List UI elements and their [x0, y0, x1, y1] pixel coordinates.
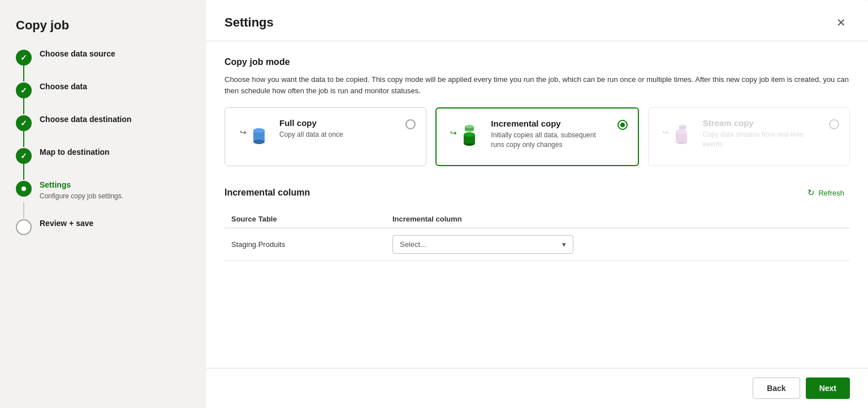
step-label-choose-data-source: Choose data source [40, 49, 191, 60]
svg-point-4 [253, 128, 265, 133]
svg-text:↪: ↪ [240, 128, 247, 137]
incremental-copy-icon: ↪ [447, 119, 483, 155]
svg-text:↪: ↪ [662, 128, 669, 137]
step-item-choose-data-destination: ✓ Choose data destination [16, 114, 191, 131]
step-description-settings: Configure copy job settings. [40, 192, 191, 200]
step-icon-review-save [16, 219, 32, 235]
svg-point-11 [465, 125, 474, 128]
connector-4 [16, 164, 191, 180]
svg-point-15 [676, 129, 687, 134]
stream-copy-radio [829, 119, 839, 129]
refresh-label: Refresh [818, 189, 844, 197]
full-copy-radio[interactable] [405, 119, 416, 129]
sidebar-title: Copy job [16, 18, 191, 33]
full-copy-desc: Copy all data at once [279, 130, 398, 140]
connector-3 [16, 131, 191, 147]
refresh-icon: ↻ [807, 188, 815, 198]
modal-body: Copy job mode Choose how you want the da… [206, 41, 868, 368]
step-icon-choose-data-destination: ✓ [16, 115, 32, 131]
select-placeholder: Select... [400, 240, 426, 249]
svg-point-3 [253, 140, 265, 144]
copy-job-mode-title: Copy job mode [224, 57, 850, 67]
incremental-copy-name: Incremental copy [491, 119, 609, 128]
step-icon-choose-data: ✓ [16, 83, 32, 98]
stream-copy-name: Stream copy [703, 118, 821, 128]
incremental-column-cell: Select... ▾ [386, 228, 850, 261]
close-icon: ✕ [836, 16, 846, 29]
svg-text:↪: ↪ [450, 128, 457, 137]
main-panel: Settings ✕ Copy job mode Choose how you … [206, 0, 868, 408]
step-label-map-to-destination: Map to destination [40, 147, 191, 158]
chevron-down-icon: ▾ [562, 240, 566, 249]
copy-job-mode-description: Choose how you want the data to be copie… [224, 74, 850, 96]
modal-title: Settings [224, 15, 274, 30]
col-header-source-table: Source Table [224, 210, 386, 228]
step-label-choose-data: Choose data [40, 81, 191, 93]
mode-card-stream-copy: ↪ Stream copy Copy data streams from rea… [648, 107, 850, 166]
step-item-map-to-destination: ✓ Map to destination [16, 147, 191, 164]
step-label-review-save: Review + save [40, 218, 191, 229]
back-button[interactable]: Back [753, 377, 800, 399]
full-copy-name: Full copy [279, 118, 398, 128]
step-icon-settings [16, 181, 32, 197]
modal-header: Settings ✕ [206, 0, 868, 41]
incremental-copy-desc: Initially copies all data, subsequent ru… [491, 131, 609, 150]
step-item-choose-data-source: ✓ Choose data source [16, 49, 191, 66]
incremental-column-header: Incremental column ↻ Refresh [224, 184, 850, 201]
col-header-incremental-column: Incremental column [386, 210, 850, 228]
mode-card-full-copy[interactable]: ↪ Full copy Copy all data at once [224, 107, 426, 166]
connector-2 [16, 98, 191, 114]
step-item-choose-data: ✓ Choose data [16, 81, 191, 98]
refresh-button[interactable]: ↻ Refresh [802, 184, 850, 201]
step-icon-choose-data-source: ✓ [16, 50, 32, 66]
table-row: Staging.Produits Select... ▾ [224, 228, 850, 261]
svg-point-18 [679, 125, 686, 128]
stream-copy-icon: ↪ [659, 118, 695, 154]
sidebar: Copy job ✓ Choose data source ✓ Choose d… [0, 0, 206, 408]
stream-copy-desc: Copy data streams from real-time events [703, 130, 821, 149]
full-copy-icon: ↪ [235, 118, 271, 154]
connector-5 [16, 202, 191, 218]
step-label-settings: Settings [40, 180, 191, 191]
svg-point-8 [464, 132, 475, 137]
incremental-column-select[interactable]: Select... ▾ [392, 235, 573, 254]
mode-cards: ↪ Full copy Copy all data at once [224, 107, 850, 166]
incremental-column-table: Source Table Incremental column Staging.… [224, 210, 850, 261]
next-button[interactable]: Next [806, 377, 850, 399]
step-item-review-save: Review + save [16, 218, 191, 235]
step-list: ✓ Choose data source ✓ Choose data ✓ [16, 49, 191, 235]
incremental-column-title: Incremental column [224, 188, 310, 198]
close-button[interactable]: ✕ [832, 14, 850, 32]
step-icon-map-to-destination: ✓ [16, 148, 32, 164]
source-table-cell: Staging.Produits [224, 228, 386, 261]
modal-footer: Back Next [206, 368, 868, 408]
incremental-copy-radio[interactable] [617, 120, 628, 130]
step-label-choose-data-destination: Choose data destination [40, 114, 191, 125]
mode-card-incremental-copy[interactable]: ↪ Incremental copy Initially copies all … [435, 107, 638, 166]
connector-1 [16, 66, 191, 81]
step-item-settings: Settings Configure copy job settings. [16, 180, 191, 202]
